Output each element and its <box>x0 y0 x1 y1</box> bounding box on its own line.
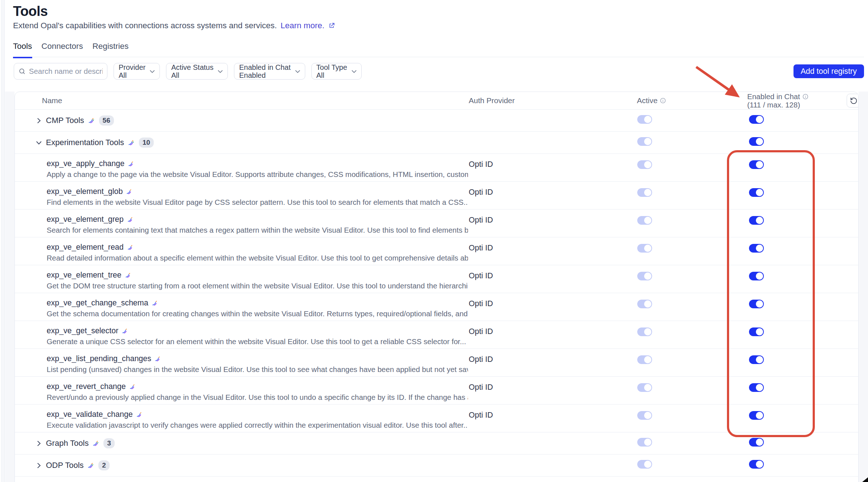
page-title: Tools <box>13 4 48 19</box>
tab-tools[interactable]: Tools <box>13 42 32 58</box>
active-toggle[interactable] <box>637 115 652 124</box>
enabled-in-chat-toggle[interactable] <box>749 188 764 197</box>
active-toggle[interactable] <box>637 137 652 146</box>
group-count-badge: 2 <box>98 460 110 470</box>
filter-label: Tool Type <box>316 63 347 71</box>
auth-provider: Opti ID <box>469 154 622 169</box>
tool-name: exp_ve_validate_change <box>47 410 133 419</box>
enabled-in-chat-toggle[interactable] <box>749 137 764 146</box>
filter-value: Enabled <box>239 71 290 79</box>
tool-type-filter[interactable]: Tool Type All <box>311 63 362 80</box>
enabled-in-chat-toggle[interactable] <box>749 160 764 169</box>
toggle-knob <box>756 328 763 335</box>
tab-bar: Tools Connectors Registries <box>13 42 129 58</box>
chevron-down-icon <box>150 70 155 73</box>
group-name: Experimentation Tools <box>46 138 124 147</box>
group-name: CMP Tools <box>46 116 84 125</box>
active-toggle[interactable] <box>637 272 652 280</box>
active-toggle[interactable] <box>637 216 652 225</box>
reset-defaults-button[interactable] <box>847 94 859 107</box>
subtitle-text: Extend Opal's capabilities with connecti… <box>13 21 277 30</box>
table-row-group-cmp-tools[interactable]: CMP Tools 56 <box>15 110 858 132</box>
opal-icon <box>88 462 94 469</box>
table-row-group-graph-tools[interactable]: Graph Tools 3 <box>15 432 858 454</box>
chevron-right-icon[interactable] <box>36 462 42 469</box>
chevron-down-icon[interactable] <box>36 141 42 145</box>
auth-provider: Opti ID <box>469 182 622 197</box>
opal-icon <box>122 328 128 334</box>
tool-description: Apply a change to the page via the websi… <box>47 170 468 179</box>
learn-more-link[interactable]: Learn more. <box>281 21 324 30</box>
opal-icon <box>128 140 134 146</box>
table-row-group-experimentation-tools[interactable]: Experimentation Tools 10 <box>15 132 858 154</box>
enabled-in-chat-toggle[interactable] <box>749 115 764 124</box>
toggle-knob <box>644 461 651 468</box>
active-toggle[interactable] <box>637 300 652 308</box>
active-toggle[interactable] <box>637 460 652 469</box>
enabled-in-chat-toggle[interactable] <box>749 438 764 447</box>
info-icon[interactable] <box>660 98 666 103</box>
enabled-in-chat-toggle[interactable] <box>749 244 764 253</box>
toggle-knob <box>644 272 651 280</box>
enabled-in-chat-toggle[interactable] <box>749 216 764 225</box>
search-box[interactable] <box>14 63 107 80</box>
active-toggle[interactable] <box>637 160 652 169</box>
toggle-knob <box>756 138 763 145</box>
enabled-in-chat-toggle[interactable] <box>749 383 764 392</box>
page-background-left <box>5 92 14 482</box>
enabled-in-chat-toggle[interactable] <box>749 327 764 336</box>
group-count-badge: 56 <box>99 115 114 126</box>
active-toggle[interactable] <box>637 438 652 447</box>
toggle-knob <box>644 245 651 252</box>
tool-row-exp-ve-list-pending-changes: exp_ve_list_pending_changes List pending… <box>15 349 858 377</box>
active-toggle[interactable] <box>637 383 652 392</box>
enabled-in-chat-toggle[interactable] <box>749 272 764 280</box>
toggle-knob <box>644 300 651 308</box>
tool-name: exp_ve_get_change_schema <box>47 299 148 308</box>
toggle-knob <box>644 189 651 196</box>
tool-name: exp_ve_element_grep <box>47 215 124 224</box>
opal-icon <box>136 412 142 418</box>
active-toggle[interactable] <box>637 355 652 364</box>
enabled-in-chat-toggle[interactable] <box>749 460 764 469</box>
active-toggle[interactable] <box>637 327 652 336</box>
auth-provider: Opti ID <box>469 265 622 280</box>
column-header-active-label: Active <box>637 96 658 105</box>
enabled-in-chat-toggle[interactable] <box>749 411 764 420</box>
toggle-knob <box>756 116 763 123</box>
tool-name: exp_ve_element_glob <box>47 187 123 196</box>
auth-provider: Opti ID <box>469 237 622 253</box>
chevron-right-icon[interactable] <box>36 118 42 124</box>
active-toggle[interactable] <box>637 244 652 253</box>
active-toggle[interactable] <box>637 411 652 420</box>
add-tool-registry-button[interactable]: Add tool registry <box>793 64 864 78</box>
provider-filter[interactable]: Provider All <box>114 63 160 80</box>
toolbar-spacer <box>368 63 787 80</box>
toggle-knob <box>756 356 763 363</box>
toggle-knob <box>756 384 763 391</box>
filter-label: Provider <box>119 63 145 71</box>
tool-row-exp-ve-revert-change: exp_ve_revert_change Revert/undo a previ… <box>15 377 858 405</box>
active-status-filter[interactable]: Active Status All <box>166 63 228 80</box>
tool-description: List pending (unsaved) changes in the we… <box>47 365 468 374</box>
info-icon[interactable] <box>803 94 808 100</box>
tool-description: Find elements in the website Visual Edit… <box>47 198 468 207</box>
enabled-in-chat-filter[interactable]: Enabled in Chat Enabled <box>234 63 305 80</box>
search-input[interactable] <box>29 67 103 76</box>
active-toggle[interactable] <box>637 188 652 197</box>
tab-registries[interactable]: Registries <box>93 42 129 58</box>
tool-description: Get the schema documentation for creatin… <box>47 309 468 318</box>
enabled-in-chat-toggle[interactable] <box>749 300 764 308</box>
table-row-group-odp-tools[interactable]: ODP Tools 2 <box>15 454 858 477</box>
opal-icon <box>127 217 133 223</box>
opal-icon <box>152 300 158 306</box>
tab-connectors[interactable]: Connectors <box>42 42 83 58</box>
chevron-right-icon[interactable] <box>36 440 42 447</box>
group-name: ODP Tools <box>46 461 84 470</box>
toggle-knob <box>644 384 651 391</box>
external-link-icon[interactable] <box>328 22 335 29</box>
page-subtitle: Extend Opal's capabilities with connecti… <box>13 21 335 30</box>
toggle-knob <box>644 328 651 335</box>
enabled-in-chat-toggle[interactable] <box>749 355 764 364</box>
tool-name: exp_ve_element_tree <box>47 271 122 280</box>
